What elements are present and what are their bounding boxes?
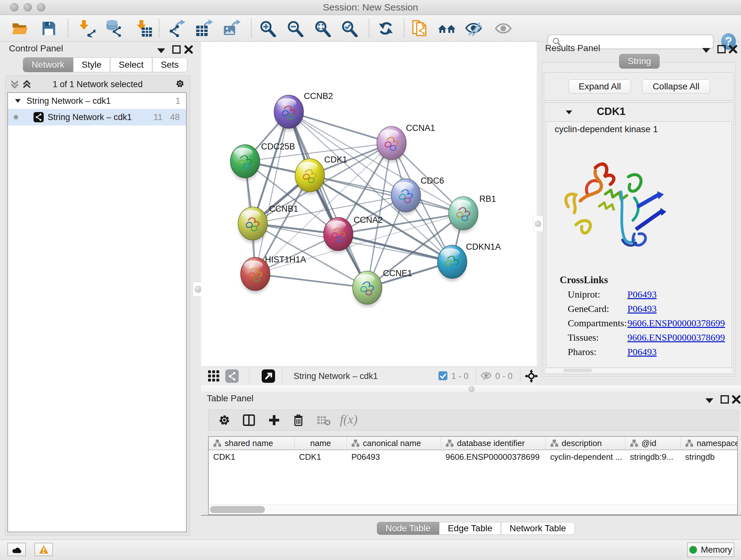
graph-node-CCNE1[interactable]: CCNE1 (353, 268, 412, 307)
zoom-in-button[interactable] (257, 19, 278, 38)
table-cell[interactable]: stringdb:9... (625, 450, 681, 463)
table-horizontal-scrollbar[interactable] (209, 504, 737, 514)
tab-network[interactable]: Network (23, 57, 73, 72)
column-header-namespace[interactable]: namespace (681, 437, 738, 449)
table-cell[interactable]: CDK1 (294, 450, 347, 463)
splitter-dot-icon (468, 386, 475, 392)
table-cell[interactable]: 9606.ENSP00000378699 (441, 450, 546, 463)
save-session-button[interactable] (38, 19, 59, 38)
network-graph[interactable]: CCNB2CCNA1CDC25BCDK1CDC6RB1CCNB1CCNA2CDK… (201, 42, 537, 367)
column-header--id[interactable]: @id (625, 437, 681, 449)
home-button[interactable] (436, 19, 458, 38)
table-mode-gear-button[interactable] (218, 414, 231, 427)
zoom-fit-button[interactable] (312, 19, 333, 38)
column-header-shared-name[interactable]: shared name (209, 437, 294, 449)
panel-float-icon[interactable] (717, 44, 726, 54)
open-session-button[interactable] (10, 19, 30, 38)
panel-close-icon[interactable] (728, 44, 738, 54)
fit-content-crosshair-button[interactable] (525, 369, 538, 383)
export-table-button[interactable] (193, 19, 214, 38)
tab-node-table[interactable]: Node Table (377, 522, 439, 535)
zoom-in-icon (259, 20, 276, 37)
refresh-layout-button[interactable] (375, 19, 396, 38)
graph-edge-CCNB2-HIST1H1A[interactable] (255, 112, 289, 274)
detach-view-button[interactable] (262, 369, 275, 383)
network-options-gear-icon[interactable] (175, 79, 185, 88)
import-table-icon (135, 19, 153, 37)
tab-string[interactable]: String (619, 54, 660, 69)
panel-collapse-icon[interactable] (156, 46, 166, 56)
hide-selection-button[interactable] (463, 19, 484, 38)
collapse-all-button[interactable]: Collapse All (642, 79, 710, 94)
table-cell[interactable]: P06493 (347, 450, 441, 463)
panel-float-icon[interactable] (172, 45, 181, 54)
tab-edge-table[interactable]: Edge Table (439, 522, 501, 535)
graph-node-CDC6[interactable]: CDC6 (391, 176, 444, 214)
show-columns-button[interactable] (242, 414, 256, 427)
panel-collapse-icon[interactable] (704, 396, 714, 406)
import-table-button[interactable] (133, 19, 154, 38)
warnings-button[interactable] (35, 543, 53, 556)
import-network-file-button[interactable] (76, 19, 97, 38)
panel-float-icon[interactable] (720, 395, 730, 404)
entry-expander-icon[interactable] (565, 109, 573, 116)
right-splitter-handle[interactable] (533, 216, 543, 232)
zoom-out-button[interactable] (285, 19, 306, 38)
export-network-button[interactable] (166, 19, 188, 38)
entry-horizontal-scrollbar[interactable] (546, 368, 731, 372)
export-image-button[interactable] (221, 19, 242, 38)
scrollbar-thumb[interactable] (210, 506, 265, 513)
import-network-database-button[interactable] (104, 19, 125, 38)
navbar-separator (520, 369, 521, 383)
tab-style[interactable]: Style (73, 57, 110, 72)
panel-collapse-icon[interactable] (701, 46, 711, 55)
column-header-name[interactable]: name (294, 437, 347, 449)
panel-close-icon[interactable] (731, 395, 741, 404)
column-header-label: name (310, 438, 331, 448)
column-header-label: canonical name (363, 438, 421, 448)
crosslink-link[interactable]: 9606.ENSP00000378699 (627, 318, 725, 328)
tab-select[interactable]: Select (110, 57, 152, 72)
graph-node-CDKN1A[interactable]: CDKN1A (437, 242, 501, 281)
column-header-label: @id (642, 438, 657, 448)
column-header-database-identifier[interactable]: database identifier (441, 437, 546, 449)
graph-edge-HIST1H1A-CCNE1[interactable] (255, 274, 367, 288)
network-overview-button[interactable] (225, 369, 239, 383)
toolbar-separator (68, 19, 69, 37)
cloud-button[interactable] (7, 543, 26, 556)
delete-table-button[interactable] (317, 415, 331, 426)
panel-close-icon[interactable] (184, 45, 193, 54)
clone-network-button[interactable] (410, 19, 431, 38)
tab-network-table[interactable]: Network Table (501, 522, 575, 535)
crosslink-link[interactable]: P06493 (627, 347, 657, 357)
create-column-button[interactable] (268, 414, 280, 427)
graph-node-HIST1H1A[interactable]: HIST1H1A (241, 255, 306, 293)
tab-sets[interactable]: Sets (152, 57, 187, 72)
crosslink-link[interactable]: 9606.ENSP00000378699 (627, 332, 725, 343)
show-all-button[interactable] (493, 19, 514, 38)
table-cell[interactable]: cyclin-dependent ... (546, 450, 625, 463)
network-row-selected[interactable]: String Network – cdk1 11 48 (8, 109, 186, 125)
table-row[interactable]: CDK1CDK1P064939606.ENSP00000378699cyclin… (209, 450, 738, 463)
network-view[interactable]: CCNB2CCNA1CDC25BCDK1CDC6RB1CCNB1CCNA2CDK… (201, 42, 537, 367)
tree-expander-icon[interactable] (14, 98, 21, 104)
column-header-description[interactable]: description (546, 437, 625, 449)
crosslink-link[interactable]: P06493 (627, 303, 657, 314)
expand-all-button[interactable]: Expand All (569, 79, 631, 94)
delete-columns-button[interactable] (292, 414, 305, 427)
crosslink-link[interactable]: P06493 (627, 289, 657, 300)
zoom-selected-button[interactable] (339, 19, 360, 38)
function-builder-button[interactable]: f(x) (340, 412, 358, 427)
grid-view-icon[interactable] (208, 370, 219, 382)
graph-node-CDK1[interactable]: CDK1 (295, 155, 347, 194)
table-cell[interactable]: CDK1 (209, 450, 294, 463)
column-header-canonical-name[interactable]: canonical name (347, 437, 441, 449)
network-collection-row[interactable]: String Network – cdk1 1 (8, 93, 186, 109)
selected-checkbox-icon[interactable] (439, 371, 448, 380)
graph-edge-CCNB2-CCNA1[interactable] (289, 112, 392, 143)
table-cell[interactable]: stringdb (681, 450, 738, 463)
scrollbar-thumb[interactable] (563, 369, 592, 372)
graph-node-RB1[interactable]: RB1 (449, 194, 496, 233)
memory-button[interactable]: Memory (687, 543, 734, 557)
refresh-icon (378, 20, 394, 37)
